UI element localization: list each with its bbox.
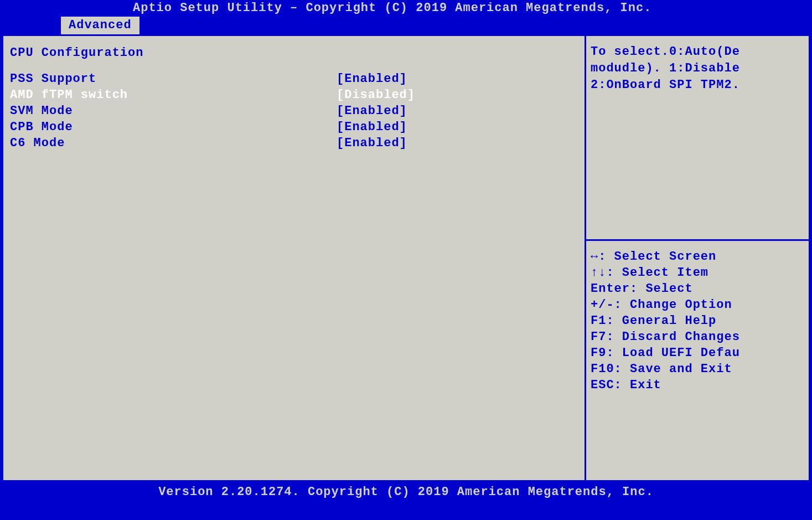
key-help: ↔: Select Screen ↑↓: Select Item Enter: …	[586, 241, 809, 480]
setting-cpb-mode[interactable]: CPB Mode [Enabled]	[10, 119, 578, 135]
setting-c6-mode[interactable]: C6 Mode [Enabled]	[10, 135, 578, 151]
setting-svm-mode[interactable]: SVM Mode [Enabled]	[10, 103, 578, 119]
tab-bar: Advanced	[0, 17, 812, 34]
key-f1: F1: General Help	[591, 313, 804, 329]
setting-value: [Enabled]	[337, 103, 578, 119]
setting-pss-support[interactable]: PSS Support [Enabled]	[10, 71, 578, 87]
tab-label: Advanced	[69, 18, 132, 32]
key-select-item: ↑↓: Select Item	[591, 265, 804, 281]
setting-label: PSS Support	[10, 71, 337, 87]
setting-label: CPB Mode	[10, 119, 337, 135]
key-enter: Enter: Select	[591, 281, 804, 297]
content-area: CPU Configuration PSS Support [Enabled] …	[0, 34, 812, 482]
side-panel: To select.0:Auto(De modudle). 1:Disable …	[586, 34, 810, 482]
help-line: modudle). 1:Disable	[591, 60, 804, 77]
setting-label: SVM Mode	[10, 103, 337, 119]
setting-value: [Enabled]	[337, 71, 578, 87]
key-f10: F10: Save and Exit	[591, 361, 804, 377]
setting-label: AMD fTPM switch	[10, 87, 337, 103]
help-line: To select.0:Auto(De	[591, 44, 804, 60]
arrows-ud-icon: ↑↓	[591, 266, 606, 280]
setting-value: [Enabled]	[337, 119, 578, 135]
title-text: Aptio Setup Utility – Copyright (C) 2019…	[133, 1, 651, 15]
footer-bar: Version 2.20.1274. Copyright (C) 2019 Am…	[0, 482, 812, 498]
arrows-lr-icon: ↔	[591, 250, 598, 264]
footer-text: Version 2.20.1274. Copyright (C) 2019 Am…	[158, 485, 654, 499]
key-f9: F9: Load UEFI Defau	[591, 345, 804, 361]
title-bar: Aptio Setup Utility – Copyright (C) 2019…	[0, 0, 812, 17]
setting-value: [Enabled]	[337, 135, 578, 151]
tab-advanced[interactable]: Advanced	[61, 17, 139, 34]
setting-value: [Disabled]	[337, 87, 578, 103]
setting-label: C6 Mode	[10, 135, 337, 151]
help-line: 2:OnBoard SPI TPM2.	[591, 77, 804, 94]
main-panel: CPU Configuration PSS Support [Enabled] …	[2, 34, 586, 482]
key-plus-minus: +/-: Change Option	[591, 297, 804, 313]
key-select-screen: ↔: Select Screen	[591, 249, 804, 265]
key-esc: ESC: Exit	[591, 377, 804, 393]
setting-amd-ftpm-switch[interactable]: AMD fTPM switch [Disabled]	[10, 87, 578, 103]
section-title: CPU Configuration	[10, 46, 578, 60]
key-f7: F7: Discard Changes	[591, 329, 804, 345]
item-help-text: To select.0:Auto(De modudle). 1:Disable …	[586, 36, 809, 241]
